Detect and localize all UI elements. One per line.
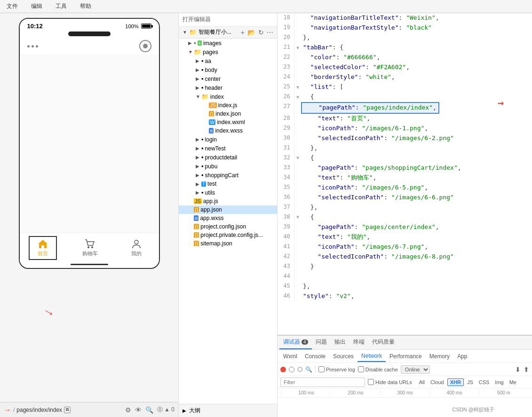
preserve-log-check[interactable]: Preserve log	[318, 366, 355, 372]
disable-cache-check[interactable]: Disable cache	[358, 366, 398, 372]
new-file-icon[interactable]: +	[241, 29, 245, 36]
settings-icon[interactable]: ⚙	[125, 406, 131, 414]
fold-40	[294, 232, 301, 242]
tree-item-appjs[interactable]: JS app.js	[179, 197, 277, 205]
filter-all-btn[interactable]: All	[417, 379, 427, 386]
tree-item-indexwxss[interactable]: ≡ index.wxss	[179, 126, 277, 135]
tree-item-pages[interactable]: ▼ 📁 pages	[179, 47, 277, 56]
tree-item-productdetail[interactable]: ▶ ▪ productdetail	[179, 153, 277, 162]
open-editor-button[interactable]: 打开编辑器	[179, 13, 277, 26]
tab-home[interactable]: 首页	[29, 236, 57, 260]
dots-btn[interactable]	[27, 45, 38, 47]
tree-item-body[interactable]: ▶ ▪ body	[179, 65, 277, 74]
tab-network[interactable]: Network	[357, 351, 386, 362]
tree-item-projectconfig[interactable]: {} project.config.json	[179, 222, 277, 231]
search-dt-icon[interactable]: 🔍	[305, 366, 312, 373]
tree-item-indexjson[interactable]: {} index.json	[179, 110, 277, 118]
record-dot[interactable]	[280, 367, 286, 372]
filter-icon[interactable]: ⬡	[297, 366, 302, 373]
search-icon[interactable]: 🔍	[145, 406, 153, 414]
fold-25[interactable]: ▼	[294, 82, 301, 92]
filter-me-btn[interactable]: Me	[507, 379, 519, 386]
line-num-35: 35	[278, 183, 294, 193]
tree-item-newtest[interactable]: ▶ ▪ newTest	[179, 144, 277, 153]
menu-file[interactable]: 文件	[4, 1, 21, 11]
disable-cache-checkbox[interactable]	[358, 366, 364, 372]
tab-console[interactable]: Console	[301, 351, 329, 362]
arrow-images: ▶	[188, 40, 194, 46]
tab-user[interactable]: 我的	[123, 237, 150, 259]
fold-37	[294, 203, 301, 212]
eye-icon[interactable]: 👁	[135, 406, 142, 414]
tab-wxml[interactable]: Wxml	[279, 351, 301, 362]
outline-expand-icon[interactable]: ▶	[183, 408, 186, 413]
tab-app[interactable]: App	[453, 351, 471, 362]
tree-item-appjson[interactable]: {} app.json	[179, 205, 277, 214]
new-folder-icon[interactable]: 📂	[247, 29, 255, 36]
tab-sources-label: Sources	[333, 353, 354, 360]
fold-31	[294, 143, 301, 153]
tree-item-indexjs[interactable]: JS index.js	[179, 101, 277, 110]
folder-icon-images: ▪	[194, 39, 196, 47]
menu-help[interactable]: 帮助	[77, 1, 94, 11]
tree-item-login[interactable]: ▶ ▪ login	[179, 135, 277, 144]
tab-terminal[interactable]: 终端	[349, 336, 368, 349]
tab-debugger[interactable]: 调试器 4	[279, 336, 312, 349]
filter-img-btn[interactable]: Img	[492, 379, 506, 386]
tab-issues[interactable]: 问题	[312, 336, 331, 349]
collapse-icon[interactable]: ⋯	[267, 29, 273, 36]
fold-38[interactable]: ▼	[294, 212, 301, 222]
tab-memory[interactable]: Memory	[426, 351, 453, 362]
tree-item-header[interactable]: ▶ ▪ header	[179, 83, 277, 92]
fold-26[interactable]: ▼	[294, 92, 301, 102]
download-icon[interactable]: ⬇	[515, 366, 521, 373]
tab-codequality[interactable]: 代码质量	[368, 336, 398, 349]
filter-js-btn[interactable]: JS	[465, 379, 476, 386]
filter-input[interactable]	[280, 378, 365, 387]
app-container: 文件 编辑 工具 帮助 10:12 100%	[0, 0, 532, 417]
refresh-icon[interactable]: ↻	[258, 29, 264, 36]
tree-item-sitemap[interactable]: {} sitemap.json	[179, 239, 277, 248]
tree-item-images[interactable]: ▶ ▪ ▪ images	[179, 39, 277, 47]
hide-urls-checkbox[interactable]	[368, 379, 374, 385]
tab-cart[interactable]: 购物车	[75, 237, 105, 259]
fold-32[interactable]: ▼	[294, 153, 301, 163]
network-select[interactable]: Online	[401, 365, 430, 374]
code-content: 18 "navigationBarTitleText": "Weixin", 1…	[278, 13, 532, 335]
tab-sources[interactable]: Sources	[329, 351, 357, 362]
code-line-24: 24 "borderStyle": "white",	[278, 72, 532, 82]
code-line-41: 41 "iconPath": "/images/6-7.png",	[278, 242, 532, 252]
tab-performance[interactable]: Performance	[386, 351, 426, 362]
fold-34	[294, 173, 301, 183]
fold-36	[294, 193, 301, 203]
phone-panel: 10:12 100%	[0, 13, 179, 417]
project-expand-arrow[interactable]: ▼	[183, 30, 187, 35]
projectprivate-badge: {}	[194, 232, 199, 238]
tree-item-appwxss[interactable]: ≡ app.wxss	[179, 214, 277, 222]
fold-21[interactable]: ▼	[294, 43, 301, 53]
tree-item-index-folder[interactable]: ▼ 📁 index	[179, 92, 277, 101]
tab-output[interactable]: 输出	[331, 336, 349, 349]
tree-item-indexwxml[interactable]: W index.wxml	[179, 118, 277, 126]
menu-view[interactable]: 工具	[53, 1, 70, 11]
filter-xhr-btn[interactable]: XHR	[447, 378, 464, 386]
tree-item-test[interactable]: ▶ T test	[179, 180, 277, 188]
tree-item-utils[interactable]: ▶ ▪ utils	[179, 188, 277, 197]
line-content-41: "iconPath": "/images/6-7.png",	[301, 242, 428, 252]
hide-urls-check[interactable]: Hide data URLs	[368, 379, 412, 385]
record-button[interactable]	[139, 40, 151, 52]
tree-item-aa[interactable]: ▶ ▪ aa	[179, 56, 277, 65]
path-copy-button[interactable]: ⧉	[64, 407, 71, 413]
tree-item-center[interactable]: ▶ ▪ center	[179, 74, 277, 83]
preserve-log-checkbox[interactable]	[318, 366, 325, 372]
stop-button[interactable]	[289, 367, 294, 372]
tree-label-body: body	[205, 67, 217, 73]
menu-edit[interactable]: 编辑	[28, 1, 45, 11]
filter-cloud-btn[interactable]: Cloud	[428, 379, 446, 386]
filter-css-btn[interactable]: CSS	[476, 379, 492, 386]
import-icon[interactable]: ⬆	[524, 366, 529, 373]
fold-42	[294, 252, 301, 262]
tree-item-shoppingcart[interactable]: ▶ ▪ shoppingCart	[179, 171, 277, 180]
tree-item-projectprivate[interactable]: {} project.private.config.js...	[179, 231, 277, 239]
tree-item-pubu[interactable]: ▶ ▪ pubu	[179, 162, 277, 171]
